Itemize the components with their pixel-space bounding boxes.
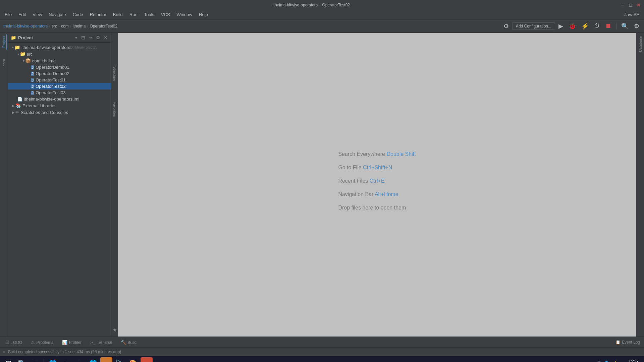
project-header: 📁 Project ▼ ⊟ ⇥ ⚙ ✕ <box>8 33 111 43</box>
tab-problems[interactable]: ⚠ Problems <box>27 338 57 346</box>
tree-external-libraries[interactable]: ▶ 📚 External Libraries <box>8 102 111 109</box>
tree-com-itheima[interactable]: ▾ 📦 com.itheima <box>8 57 111 64</box>
menu-tools[interactable]: Tools <box>141 11 158 18</box>
database-icon[interactable]: Database <box>638 34 643 54</box>
breadcrumb-sep1: › <box>49 24 50 28</box>
menu-code[interactable]: Code <box>69 11 87 18</box>
add-favorites-icon[interactable]: ★ <box>113 327 117 333</box>
taskview-icon[interactable]: ⊟ <box>29 357 41 362</box>
debug-button[interactable]: 🐞 <box>567 21 578 31</box>
tree-root[interactable]: ▾ 📁 itheima-bitwise-operators D:\IdeaPro… <box>8 44 111 51</box>
main-area: Project Learn 📁 Project ▼ ⊟ ⇥ ⚙ ✕ ▾ 📁 it… <box>0 33 644 337</box>
network-icon[interactable]: 🌐 <box>604 361 609 362</box>
menu-file[interactable]: File <box>1 11 15 18</box>
breadcrumb-sep3: › <box>70 24 71 28</box>
tree-operatortest02[interactable]: J OperatorTest02 <box>8 83 111 89</box>
maximize-button[interactable]: □ <box>628 2 633 8</box>
start-button[interactable]: ⊞ <box>3 358 14 362</box>
breadcrumb-project[interactable]: itheima-bitwise-operators <box>3 24 48 28</box>
goto-file-hint: Go to File Ctrl+Shift+N <box>338 165 416 171</box>
close-button[interactable]: ✕ <box>636 2 641 8</box>
tab-build[interactable]: 🔨 Build <box>117 338 141 346</box>
battery-icon[interactable]: ⚡ <box>612 361 618 362</box>
tree-operatordemo02[interactable]: J OperatorDemo02 <box>8 70 111 77</box>
structure-sidebar: Structure Favorites ★ <box>111 33 118 337</box>
windows-taskbar: ⊞ 🔍 ⊟ 🌐 🗂 ⟳ 🌐 IJ 📎 🎨 P ∧ 🔊 🌐 ⚡ 15:32 202… <box>0 356 644 362</box>
menu-window[interactable]: Window <box>173 11 196 18</box>
sdk-label: JavaSE <box>621 11 643 18</box>
time-display: 15:32 <box>624 359 639 362</box>
menu-bar: File Edit View Navigate Code Refactor Bu… <box>0 10 644 19</box>
tree-operatortest01[interactable]: J OperatorTest01 <box>8 77 111 83</box>
search-label: Search Everywhere <box>338 151 385 157</box>
settings-gear-icon[interactable]: ⚙ <box>95 34 101 41</box>
profile-button[interactable]: ⚙ <box>501 21 511 31</box>
menu-build[interactable]: Build <box>110 11 126 18</box>
search-taskbar-icon[interactable]: 🔍 <box>15 357 28 362</box>
tab-profiler[interactable]: 📊 Profiler <box>58 338 86 346</box>
system-tray: ∧ 🔊 🌐 ⚡ <box>587 359 620 362</box>
menu-view[interactable]: View <box>29 11 45 18</box>
tree-operatortest03[interactable]: J OperatorTest03 <box>8 89 111 96</box>
drop-files-hint: Drop files here to open them <box>338 205 416 211</box>
tree-iml[interactable]: 📄 itheima-bitwise-operators.iml <box>8 96 111 102</box>
root-expand-icon: ▾ <box>12 46 14 49</box>
tree-src[interactable]: ▾ 📁 src <box>8 51 111 57</box>
tree-operatordemo01[interactable]: J OperatorDemo01 <box>8 64 111 70</box>
search-everywhere-button[interactable]: 🔍 <box>619 21 631 31</box>
menu-edit[interactable]: Edit <box>15 11 29 18</box>
clips-icon[interactable]: 📎 <box>114 357 126 362</box>
src-expand-icon: ▾ <box>17 52 19 56</box>
sidebar-item-learn[interactable]: Learn <box>1 57 7 70</box>
window-controls: ─ □ ✕ <box>620 2 641 8</box>
menu-run[interactable]: Run <box>126 11 141 18</box>
history-icon[interactable]: ⟳ <box>73 357 86 362</box>
tab-build-label: Build <box>127 340 137 345</box>
run-button[interactable]: ▶ <box>556 21 565 31</box>
root-path: D:\IdeaProjects\ <box>70 45 96 49</box>
minimize-button[interactable]: ─ <box>620 2 625 8</box>
explorer-icon[interactable]: 🗂 <box>60 357 72 362</box>
event-log-button[interactable]: 📋 Event Log <box>613 339 643 346</box>
nav-label: Navigation Bar <box>338 191 373 197</box>
file-operatortest01: OperatorTest01 <box>36 77 66 82</box>
settings-button[interactable]: ⚙ <box>632 21 641 31</box>
tab-todo-label: TODO <box>11 340 22 345</box>
favorites-label[interactable]: Favorites <box>113 102 117 117</box>
collapse-all-button[interactable]: ⊟ <box>80 34 86 41</box>
coverage-button[interactable]: ⚡ <box>579 21 591 31</box>
taskbar-time[interactable]: 15:32 2024/1/1 <box>622 358 641 362</box>
breadcrumb-src[interactable]: src <box>52 24 57 28</box>
intellij-taskbar-icon[interactable]: IJ <box>100 357 112 362</box>
root-folder-icon: 📁 <box>14 45 20 50</box>
goto-shortcut: Ctrl+Shift+N <box>363 165 392 170</box>
breadcrumb: itheima-bitwise-operators › src › com › … <box>3 24 117 28</box>
sidebar-item-project[interactable]: Project <box>1 34 7 50</box>
stop-button[interactable]: ⏹ <box>603 21 613 31</box>
breadcrumb-file[interactable]: OperatorTest02 <box>90 24 117 28</box>
chrome-icon[interactable]: 🌐 <box>87 357 99 362</box>
tree-scratches[interactable]: ▶ ✏ Scratches and Consoles <box>8 109 111 116</box>
menu-help[interactable]: Help <box>196 11 211 18</box>
menu-navigate[interactable]: Navigate <box>45 11 69 18</box>
breadcrumb-com[interactable]: com <box>61 24 69 28</box>
menu-vcs[interactable]: VCS <box>158 11 173 18</box>
menu-refactor[interactable]: Refactor <box>87 11 110 18</box>
ppt-icon[interactable]: P <box>141 357 153 362</box>
java-file-icon: J <box>31 78 34 82</box>
breadcrumb-itheima[interactable]: itheima <box>73 24 86 28</box>
tab-todo[interactable]: ☑ TODO <box>1 338 26 346</box>
close-panel-button[interactable]: ✕ <box>103 34 108 41</box>
status-bar: ○ Build completed successfully in 1 sec,… <box>0 347 644 356</box>
add-configuration-button[interactable]: Add Configuration... <box>512 22 555 30</box>
profile-run-button[interactable]: ⏱ <box>592 21 602 31</box>
extlib-expand-icon: ▶ <box>12 104 15 108</box>
java-file-icon: J <box>31 65 34 69</box>
nav-shortcut: Alt+Home <box>375 191 398 197</box>
tab-terminal[interactable]: >_ Terminal <box>86 338 116 346</box>
autoscroll-button[interactable]: ⇥ <box>88 34 93 41</box>
structure-label[interactable]: Structure <box>113 66 117 81</box>
volume-icon[interactable]: 🔊 <box>596 361 601 362</box>
paint-icon[interactable]: 🎨 <box>127 357 139 362</box>
edge-icon[interactable]: 🌐 <box>47 357 59 362</box>
